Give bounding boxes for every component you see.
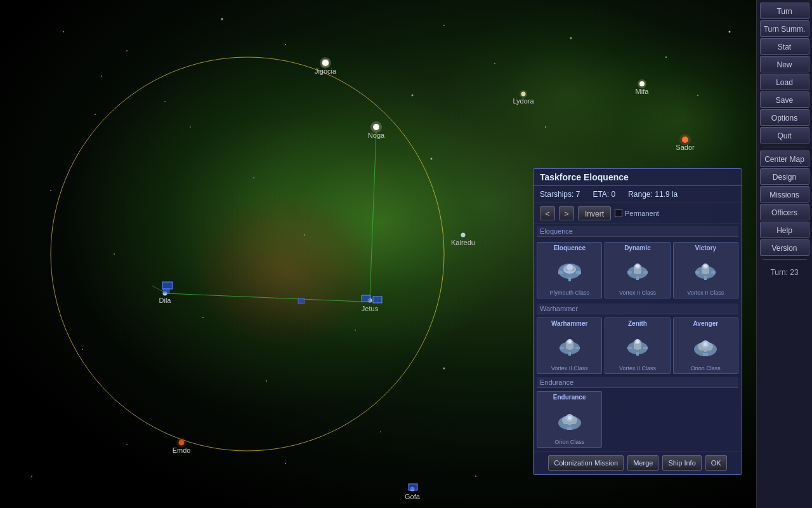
missions-button[interactable]: Missions bbox=[760, 186, 809, 203]
svg-rect-89 bbox=[643, 271, 648, 274]
svg-rect-91 bbox=[639, 274, 643, 276]
svg-rect-73 bbox=[373, 297, 382, 303]
svg-point-36 bbox=[164, 101, 166, 102]
options-button[interactable]: Options bbox=[760, 109, 809, 126]
ship-name-victory: Victory bbox=[676, 244, 736, 251]
ship-icon-dynamic bbox=[619, 253, 657, 285]
svg-text:Dila: Dila bbox=[159, 297, 172, 304]
ship-class-zenith: Vortex II Class bbox=[607, 365, 667, 371]
svg-text:Emdo: Emdo bbox=[173, 446, 191, 454]
svg-rect-108 bbox=[565, 349, 568, 352]
svg-point-130 bbox=[568, 416, 572, 420]
svg-point-12 bbox=[729, 31, 731, 33]
svg-text:Mifa: Mifa bbox=[636, 88, 650, 95]
ship-class-avenger: Orion Class bbox=[676, 365, 736, 371]
sidebar-divider-2 bbox=[763, 259, 807, 260]
svg-point-8 bbox=[190, 126, 191, 128]
turn-counter: Turn: 23 bbox=[770, 268, 798, 277]
svg-rect-101 bbox=[704, 276, 707, 280]
help-button[interactable]: Help bbox=[760, 222, 809, 238]
merge-button[interactable]: Merge bbox=[627, 455, 658, 471]
ship-grid-3: Endurance Orion Class bbox=[534, 390, 742, 451]
ship-icon-avenger bbox=[686, 329, 724, 361]
sidebar: TurnTurn Summ.StatNewLoadSaveOptionsQuit… bbox=[756, 0, 812, 508]
eta-value: ETA: 0 bbox=[593, 190, 615, 199]
load-button[interactable]: Load bbox=[760, 74, 809, 90]
ship-cell-avenger[interactable]: Avenger Orion Class bbox=[673, 318, 738, 374]
version-button[interactable]: Version bbox=[760, 239, 809, 256]
svg-point-26 bbox=[285, 463, 286, 464]
ship-icon-eloquence bbox=[551, 253, 589, 285]
ship-cell-dynamic[interactable]: Dynamic Vortex II Class bbox=[605, 242, 670, 298]
range-value: Range: 11.9 la bbox=[628, 190, 678, 199]
svg-rect-83 bbox=[568, 277, 571, 281]
center-map-button[interactable]: Center Map bbox=[760, 150, 809, 167]
ship-info-button[interactable]: Ship Info bbox=[662, 455, 701, 471]
svg-point-4 bbox=[443, 25, 445, 26]
svg-text:Kairedu: Kairedu bbox=[451, 239, 475, 246]
svg-point-37 bbox=[545, 126, 546, 128]
svg-rect-92 bbox=[636, 276, 639, 280]
officers-button[interactable]: Officers bbox=[760, 204, 809, 220]
svg-point-31 bbox=[202, 317, 204, 318]
svg-rect-133 bbox=[567, 427, 572, 430]
svg-point-27 bbox=[475, 476, 476, 477]
ship-cell-warhammer[interactable]: Warhammer Vortex II Class bbox=[537, 318, 602, 374]
invert-button[interactable]: Invert bbox=[578, 206, 611, 220]
svg-point-25 bbox=[126, 444, 128, 445]
svg-text:Jetus: Jetus bbox=[362, 305, 379, 312]
permanent-checkbox[interactable] bbox=[615, 210, 622, 217]
quit-button[interactable]: Quit bbox=[760, 127, 809, 144]
design-button[interactable]: Design bbox=[760, 168, 809, 185]
svg-rect-98 bbox=[711, 271, 716, 274]
section-label-warhammer: Warhammer bbox=[537, 304, 738, 314]
ok-button[interactable]: OK bbox=[705, 455, 727, 471]
stat-button[interactable]: Stat bbox=[760, 38, 809, 55]
svg-point-2 bbox=[221, 18, 223, 20]
svg-rect-119 bbox=[636, 352, 639, 356]
svg-text:Sador: Sador bbox=[676, 144, 695, 151]
ship-class-endurance: Orion Class bbox=[539, 439, 599, 445]
ship-class-dynamic: Vortex II Class bbox=[607, 290, 667, 296]
svg-point-9 bbox=[412, 95, 414, 97]
svg-point-51 bbox=[638, 79, 646, 88]
svg-rect-118 bbox=[639, 349, 643, 352]
svg-point-18 bbox=[114, 253, 115, 255]
new-button[interactable]: New bbox=[760, 56, 809, 72]
save-button[interactable]: Save bbox=[760, 91, 809, 108]
prev-button[interactable]: < bbox=[540, 206, 555, 220]
colonization-mission-button[interactable]: Colonization Mission bbox=[548, 455, 624, 471]
ship-name-eloquence: Eloquence bbox=[539, 244, 599, 251]
ship-class-warhammer: Vortex II Class bbox=[539, 365, 599, 371]
taskforce-panel: Taskforce Eloquence Starships: 7 ETA: 0 … bbox=[533, 168, 742, 475]
svg-rect-110 bbox=[568, 352, 571, 356]
svg-rect-115 bbox=[627, 347, 632, 349]
ship-grid-2: Warhammer Vortex II Class Zenith bbox=[534, 316, 742, 375]
svg-point-30 bbox=[380, 431, 381, 432]
svg-rect-97 bbox=[695, 271, 700, 274]
svg-point-10 bbox=[494, 63, 495, 64]
ship-class-victory: Vortex II Class bbox=[676, 290, 736, 296]
svg-point-19 bbox=[304, 234, 305, 236]
turn-summary-button[interactable]: Turn Summ. bbox=[760, 20, 809, 37]
ship-cell-endurance[interactable]: Endurance Orion Class bbox=[537, 391, 602, 448]
ship-cell-zenith[interactable]: Zenith Vortex II Class bbox=[605, 318, 670, 374]
ship-cell-eloquence[interactable]: Eloquence Plymouth Class bbox=[537, 242, 602, 298]
taskforce-title: Taskforce Eloquence bbox=[534, 169, 742, 186]
svg-rect-72 bbox=[362, 295, 370, 302]
svg-rect-126 bbox=[703, 353, 708, 356]
permanent-label: Permanent bbox=[615, 210, 659, 217]
ship-name-zenith: Zenith bbox=[607, 320, 667, 327]
svg-point-0 bbox=[63, 31, 64, 32]
svg-point-32 bbox=[355, 330, 356, 331]
ship-class-eloquence: Plymouth Class bbox=[539, 290, 599, 296]
svg-point-22 bbox=[266, 380, 267, 382]
svg-point-28 bbox=[31, 476, 32, 477]
next-button[interactable]: > bbox=[559, 206, 574, 220]
svg-point-3 bbox=[285, 44, 286, 45]
ship-cell-victory[interactable]: Victory Vortex II Class bbox=[673, 242, 738, 298]
svg-rect-90 bbox=[632, 274, 636, 276]
svg-point-114 bbox=[636, 340, 639, 343]
svg-rect-81 bbox=[576, 271, 581, 274]
turn-button[interactable]: Turn bbox=[760, 3, 809, 19]
